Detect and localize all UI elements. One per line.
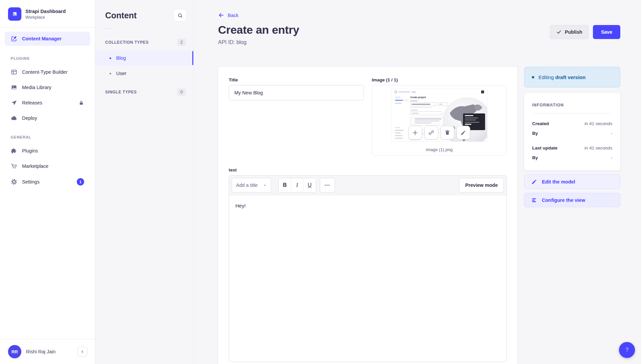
underline-button[interactable]: U <box>303 178 316 192</box>
settings-notification-badge: 1 <box>77 178 84 186</box>
subnav-item-label: Blog <box>116 55 126 61</box>
back-label: Back <box>228 13 238 18</box>
sidebar-item-label: Marketplace <box>22 163 48 169</box>
title-field: Title <box>229 77 364 155</box>
gear-icon <box>11 178 17 185</box>
main-sidebar: Strapi Dashboard Workplace Content Manag… <box>0 0 95 364</box>
sidebar-item-media-library[interactable]: Media Library <box>5 81 90 94</box>
edit-model-button[interactable]: Edit the model <box>524 174 620 189</box>
page-title: Create an entry <box>218 23 299 36</box>
sidebar-spacer <box>0 190 95 339</box>
collection-types-count-badge: 2 <box>177 39 186 46</box>
pencil-icon <box>531 179 537 185</box>
subnav-item-blog[interactable]: Blog <box>95 50 194 66</box>
image-asset-card: Create project <box>372 85 507 155</box>
api-id-subtitle: API ID: blog <box>218 39 299 45</box>
sidebar-item-label: Content-Type Builder <box>22 69 67 75</box>
publish-button[interactable]: Publish <box>550 25 589 39</box>
status-prefix: Editing <box>539 74 554 80</box>
layout-grid-icon <box>11 69 17 75</box>
format-button-group: B I U <box>278 178 316 193</box>
editor-toolbar: Add a title B I U ••• Preview mode <box>229 175 506 195</box>
sidebar-item-settings[interactable]: Settings 1 <box>5 175 90 189</box>
cloud-icon <box>11 115 17 121</box>
sidebar-section-general: GENERAL <box>0 126 95 143</box>
subnav-item-user[interactable]: User <box>95 66 194 81</box>
sidebar-item-label: Settings <box>22 179 39 185</box>
more-formats-button[interactable]: ••• <box>320 178 335 193</box>
sidebar-item-deploy[interactable]: Deploy <box>5 111 90 125</box>
collection-types-label: COLLECTION TYPES <box>105 40 149 45</box>
layout-list-icon <box>531 197 537 203</box>
puzzle-icon <box>11 147 17 154</box>
feather-pen-icon <box>11 35 17 42</box>
delete-asset-button[interactable] <box>440 126 454 139</box>
thumbnail-mock-heading: Create project <box>410 96 450 98</box>
check-icon <box>556 29 562 35</box>
sidebar-item-plugins[interactable]: Plugins <box>5 144 90 157</box>
image-field: Image (1 / 1) <box>372 77 507 155</box>
workspace-title: Strapi Dashboard <box>25 9 66 14</box>
preview-mode-button[interactable]: Preview mode <box>459 178 504 193</box>
draft-status-banner: Editing draft version <box>524 67 620 87</box>
sidebar-item-label: Releases <box>22 100 42 105</box>
shopping-cart-icon <box>11 163 17 169</box>
workspace-subtitle: Workplace <box>25 15 66 20</box>
content-subnav: Content COLLECTION TYPES 2 Blog User SIN… <box>95 0 194 364</box>
add-asset-button[interactable] <box>408 126 422 139</box>
plus-icon <box>412 129 419 136</box>
sidebar-item-label: Plugins <box>22 148 38 153</box>
active-indicator <box>192 51 193 65</box>
editor-content[interactable]: Hey! <box>229 195 506 362</box>
text-field-label: text <box>229 167 507 172</box>
subnav-item-label: User <box>116 71 127 76</box>
single-types-label: SINGLE TYPES <box>105 90 137 94</box>
title-input[interactable] <box>229 85 364 100</box>
heading-select[interactable]: Add a title <box>232 178 271 193</box>
information-title: INFORMATION <box>532 103 612 107</box>
divider <box>532 113 612 113</box>
workspace-switcher[interactable]: Strapi Dashboard Workplace <box>0 0 95 27</box>
trash-icon <box>444 129 450 136</box>
copy-link-button[interactable] <box>424 126 438 139</box>
sidebar-item-content-manager[interactable]: Content Manager <box>5 32 90 46</box>
sidebar-item-label: Deploy <box>22 115 37 121</box>
search-icon <box>177 13 183 18</box>
sidebar-item-label: Content Manager <box>22 36 61 41</box>
save-button[interactable]: Save <box>593 25 620 39</box>
publish-label: Publish <box>565 29 582 35</box>
info-row-last-update: Last update in 41 seconds <box>532 143 612 153</box>
rich-text-editor: Add a title B I U ••• Preview mode <box>229 175 507 362</box>
sidebar-item-label: Media Library <box>22 85 51 90</box>
chevron-left-icon <box>80 349 85 354</box>
bullet-icon <box>110 73 111 74</box>
italic-button[interactable]: I <box>291 178 303 192</box>
sidebar-item-marketplace[interactable]: Marketplace <box>5 159 90 173</box>
user-menu[interactable]: RR Rishi Raj Jain <box>0 339 95 364</box>
picture-icon <box>11 84 17 91</box>
configure-view-button[interactable]: Configure the view <box>524 193 620 207</box>
title-field-label: Title <box>229 77 364 82</box>
divider <box>0 27 95 28</box>
back-link[interactable]: Back <box>218 12 238 18</box>
search-button[interactable] <box>174 9 186 22</box>
subnav-title: Content <box>105 11 137 20</box>
sidebar-item-content-type-builder[interactable]: Content-Type Builder <box>5 65 90 79</box>
paper-plane-icon <box>11 99 17 106</box>
edit-asset-button[interactable] <box>456 126 470 139</box>
entry-aside: Editing draft version INFORMATION Create… <box>524 67 620 207</box>
sidebar-section-plugins: PLUGINS <box>0 47 95 64</box>
image-filename: image (1).png <box>372 147 507 152</box>
collapse-sidebar-button[interactable] <box>77 347 87 357</box>
sidebar-item-releases[interactable]: Releases <box>5 96 90 109</box>
image-field-label: Image (1 / 1) <box>372 77 507 82</box>
text-field: text Add a title B I U <box>229 167 507 362</box>
question-mark-icon: ? <box>626 347 629 353</box>
help-button[interactable]: ? <box>619 342 635 358</box>
entry-form-card: Title Image (1 / 1) <box>218 67 517 364</box>
bullet-icon <box>110 57 111 59</box>
bold-button[interactable]: B <box>279 178 291 192</box>
pencil-icon <box>460 130 466 136</box>
link-icon <box>428 129 434 136</box>
avatar: RR <box>8 345 21 358</box>
